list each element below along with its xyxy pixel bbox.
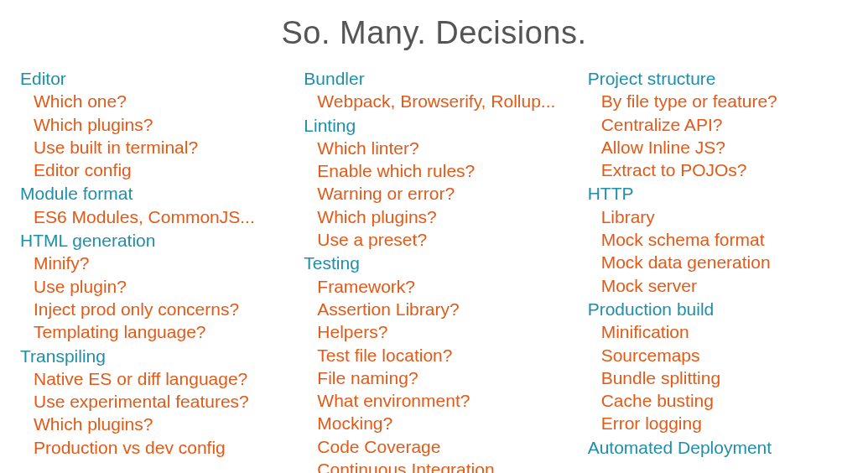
section-item: Which plugins?	[304, 205, 564, 228]
section-item: Mocking?	[304, 412, 564, 434]
section-item: Sourcemaps	[588, 344, 848, 366]
section-item: Which plugins?	[20, 113, 280, 136]
section-item: Mock data generation	[588, 251, 848, 273]
section-item: Use experimental features?	[20, 390, 280, 413]
section-item: Which plugins?	[20, 413, 280, 435]
section-item: Code Coverage	[304, 435, 564, 458]
slide-title: So. Many. Decisions.	[20, 15, 848, 51]
section-item: Mock schema format	[588, 228, 848, 251]
section-item: Allow Inline JS?	[588, 136, 848, 159]
section-item: Production vs dev config	[20, 436, 280, 459]
section-heading: Module format	[20, 182, 280, 205]
section-item: Minify?	[20, 252, 280, 274]
section-item: Library	[588, 205, 848, 228]
section-item: What environment?	[304, 389, 564, 412]
column-2: Project structureBy file type or feature…	[588, 66, 848, 473]
section-item: ES6 Modules, CommonJS...	[20, 205, 280, 228]
section-item: By file type or feature?	[588, 90, 848, 112]
section-item: Extract to POJOs?	[588, 159, 848, 181]
section-item: Which linter?	[304, 137, 564, 159]
section-item: Use plugin?	[20, 275, 280, 298]
section-item: Test file location?	[304, 344, 564, 366]
section-item: Use a preset?	[304, 228, 564, 251]
columns-container: EditorWhich one?Which plugins?Use built …	[20, 66, 848, 473]
section-item: Mock server	[588, 274, 848, 297]
section-heading: Editor	[20, 67, 280, 90]
section-item: Framework?	[304, 275, 564, 298]
section-heading: Linting	[304, 114, 564, 137]
section-item: Cache busting	[588, 389, 848, 412]
section-item: Inject prod only concerns?	[20, 298, 280, 320]
section-item: Minification	[588, 320, 848, 343]
section-item: Use built in terminal?	[20, 136, 280, 159]
section-item: Assertion Library?	[304, 298, 564, 320]
section-heading: HTML generation	[20, 229, 280, 252]
section-item: Helpers?	[304, 320, 564, 343]
section-item: Continuous Integration	[304, 458, 564, 473]
section-item: Webpack, Browserify, Rollup...	[304, 90, 564, 112]
section-heading: HTTP	[588, 182, 848, 205]
section-heading: Bundler	[304, 67, 564, 90]
section-heading: Production build	[588, 298, 848, 320]
section-item: File naming?	[304, 366, 564, 389]
section-heading: Transpiling	[20, 345, 280, 367]
column-0: EditorWhich one?Which plugins?Use built …	[20, 66, 280, 473]
section-item: Which one?	[20, 90, 280, 112]
section-heading: Project structure	[588, 67, 848, 90]
section-item: Error logging	[588, 412, 848, 434]
section-item: Bundle splitting	[588, 366, 848, 389]
section-item: Warning or error?	[304, 182, 564, 205]
column-1: BundlerWebpack, Browserify, Rollup...Lin…	[304, 66, 564, 473]
section-item: Templating language?	[20, 320, 280, 343]
section-heading: Testing	[304, 252, 564, 274]
section-heading: Automated Deployment	[588, 436, 848, 459]
section-item: Enable which rules?	[304, 159, 564, 182]
section-item: Native ES or diff language?	[20, 367, 280, 390]
section-item: Editor config	[20, 159, 280, 181]
section-item: Centralize API?	[588, 113, 848, 136]
